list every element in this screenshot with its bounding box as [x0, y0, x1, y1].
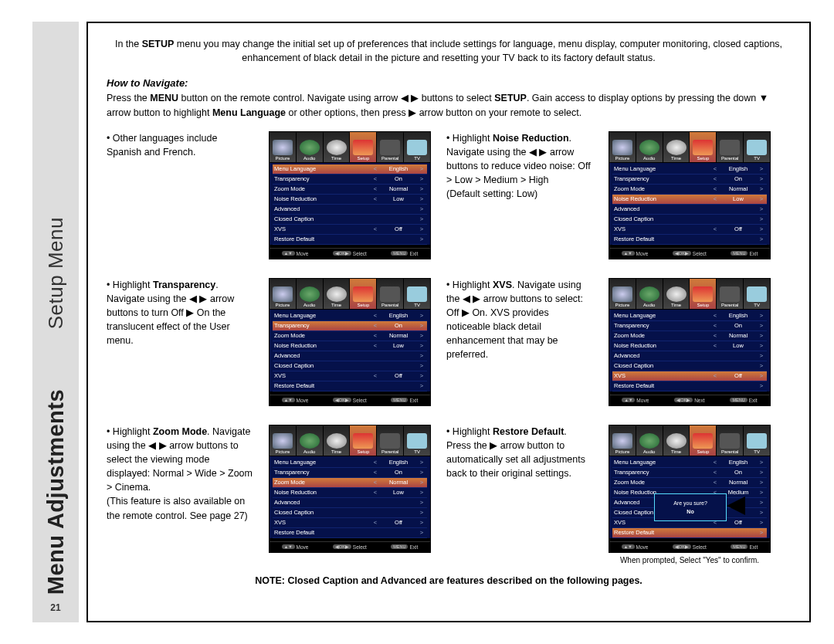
- audio-icon: [300, 433, 320, 449]
- tv-wrapper: PictureAudioTimeSetupParentalTVMenu Lang…: [269, 278, 431, 406]
- tv-tab-setup: Setup: [690, 425, 717, 456]
- tv-tab-parental: Parental: [717, 279, 744, 309]
- tv-tab-label: Picture: [615, 449, 630, 454]
- tv-tab-label: Audio: [303, 156, 315, 161]
- tv-menu-row: Zoom Mode<Normal>: [273, 478, 427, 488]
- tv-tab-tv: TV: [404, 425, 430, 456]
- tv-footer-bar: ▲▼Move◀OK▶SelectMENUExit: [270, 395, 430, 405]
- tv-tab-picture: Picture: [609, 425, 636, 456]
- tv-tab-label: TV: [754, 156, 760, 161]
- tv-tab-label: Time: [331, 449, 341, 454]
- tv-menu-row: Transparency<On>: [273, 175, 427, 185]
- tv-menu-row: Transparency<On>: [612, 175, 767, 185]
- picture-icon: [273, 433, 293, 449]
- tv-menu-row: XVS<Off>: [612, 225, 767, 235]
- tv-wrapper: PictureAudioTimeSetupParentalTVMenu Lang…: [609, 425, 771, 564]
- parental-icon: [720, 286, 740, 302]
- tv-menu-row: Restore Default>: [612, 528, 767, 538]
- tv-screenshot: PictureAudioTimeSetupParentalTVMenu Lang…: [269, 278, 431, 406]
- tv-tab-audio: Audio: [636, 279, 663, 309]
- item-description: • Highlight Noise Reduction. Navigate us…: [446, 131, 593, 259]
- tv-screenshot: PictureAudioTimeSetupParentalTVMenu Lang…: [269, 131, 431, 259]
- time-icon: [666, 433, 687, 449]
- setup-icon: [353, 286, 373, 302]
- tv-tab-time: Time: [324, 279, 351, 309]
- tv-footer-bar: ▲▼Move◀OK▶NextMENUExit: [609, 395, 770, 405]
- tv-menu-row: Zoom Mode<Normal>: [612, 331, 767, 341]
- tv-screenshot: PictureAudioTimeSetupParentalTVMenu Lang…: [269, 425, 431, 553]
- tv-tab-setup: Setup: [690, 132, 717, 162]
- tv-tab-label: Setup: [697, 303, 710, 307]
- item-description: • Highlight XVS. Navigate using the ◀ ▶ …: [446, 278, 593, 406]
- tv-menu-row: Transparency<On>: [273, 321, 427, 331]
- tv-tab-label: Picture: [615, 303, 630, 307]
- tv-wrapper: PictureAudioTimeSetupParentalTVMenu Lang…: [269, 131, 431, 259]
- item-description: • Other languages include Spanish and Fr…: [107, 131, 253, 259]
- sidebar-heading: Menu Adjustments Setup Menu: [43, 217, 69, 595]
- sidebar-title-adjustments: Menu Adjustments: [43, 389, 69, 595]
- tv-menu-row: Closed Caption>: [273, 215, 427, 225]
- parental-icon: [720, 140, 740, 155]
- tv-tab-audio: Audio: [636, 132, 663, 162]
- tv-footer-bar: ▲▼Move◀OK▶SelectMENUExit: [609, 248, 770, 259]
- tv-tab-label: Time: [671, 303, 681, 307]
- tv-menu-row: Noise Reduction<Low>: [612, 341, 767, 351]
- tv-menu-row: Advanced>: [273, 351, 427, 361]
- intro-paragraph: In the SETUP menu you may change the ini…: [107, 37, 791, 65]
- parental-icon: [380, 286, 400, 302]
- tv-menu-row: Zoom Mode<Normal>: [612, 478, 767, 488]
- tv-menu-row: Advanced>: [612, 351, 767, 361]
- tv-wrapper: PictureAudioTimeSetupParentalTVMenu Lang…: [269, 425, 431, 564]
- time-icon: [327, 140, 347, 155]
- tv-tab-label: Parental: [381, 449, 398, 454]
- sidebar: Menu Adjustments Setup Menu 21: [32, 22, 79, 622]
- tv-tab-audio: Audio: [297, 425, 324, 456]
- tv-tab-label: Setup: [358, 303, 370, 307]
- audio-icon: [639, 286, 659, 302]
- tv-tab-time: Time: [324, 132, 351, 162]
- tv-tab-label: Parental: [381, 303, 398, 307]
- tv-tab-label: Parental: [721, 156, 738, 161]
- tv-tab-tv: TV: [744, 279, 770, 309]
- tv-tab-setup: Setup: [690, 279, 717, 309]
- tv-menu-row: XVS<Off>: [612, 371, 767, 381]
- tv-tab-label: TV: [754, 303, 760, 307]
- tv-menu-row: Advanced>: [612, 205, 767, 215]
- tv-menu-row: Noise Reduction<Low>: [273, 195, 427, 205]
- picture-icon: [273, 286, 293, 302]
- tv-menu-row: Noise Reduction<Low>: [612, 195, 767, 205]
- setup-icon: [353, 140, 373, 155]
- tvtab-icon: [407, 433, 427, 449]
- tv-tab-parental: Parental: [717, 132, 744, 162]
- tv-tab-parental: Parental: [717, 425, 744, 456]
- tv-screenshot: PictureAudioTimeSetupParentalTVMenu Lang…: [609, 131, 771, 259]
- tv-menu-row: Noise Reduction<Low>: [273, 488, 427, 498]
- tv-tab-tv: TV: [744, 132, 770, 162]
- tv-tab-tv: TV: [744, 425, 770, 456]
- tv-tab-label: TV: [754, 449, 760, 454]
- sidebar-title-setup: Setup Menu: [44, 217, 67, 329]
- tv-tab-parental: Parental: [377, 425, 404, 456]
- tv-menu-row: Zoom Mode<Normal>: [273, 331, 427, 341]
- tv-tab-label: Audio: [303, 303, 315, 307]
- parental-icon: [380, 140, 400, 155]
- item-description: • Highlight Transparency. Navigate using…: [107, 278, 253, 406]
- tv-tab-label: Picture: [276, 156, 290, 161]
- tv-menu-row: Restore Default>: [612, 381, 767, 391]
- tv-tab-label: Time: [331, 156, 341, 161]
- picture-icon: [612, 433, 632, 449]
- tv-tab-label: Time: [671, 449, 681, 454]
- tv-tab-label: Audio: [643, 303, 655, 307]
- manual-page: Menu Adjustments Setup Menu 21 In the SE…: [32, 22, 811, 622]
- tv-menu-row: Closed Caption>: [612, 215, 767, 225]
- pointer-icon: [727, 497, 745, 515]
- tv-tab-picture: Picture: [270, 425, 297, 456]
- parental-icon: [380, 433, 400, 449]
- tv-caption: When prompted, Select "Yes" to confirm.: [609, 556, 771, 564]
- tv-menu-row: Menu Language<English>: [612, 311, 767, 321]
- tv-menu-row: Advanced>: [273, 205, 427, 215]
- tv-footer-bar: ▲▼Move◀OK▶SelectMENUExit: [270, 541, 430, 552]
- tv-menu-row: Menu Language<English>: [273, 164, 427, 175]
- tvtab-icon: [407, 286, 427, 302]
- tv-tab-audio: Audio: [297, 132, 324, 162]
